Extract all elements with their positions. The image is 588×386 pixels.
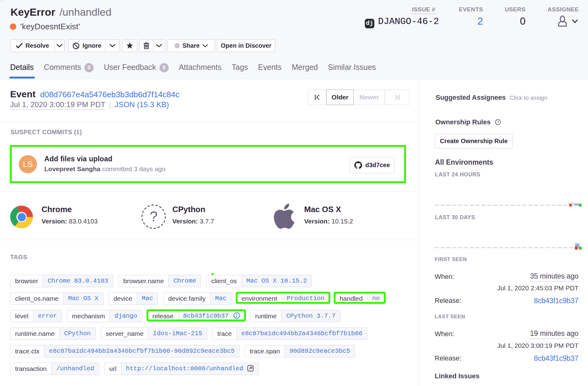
svg-text:?: ? (497, 120, 499, 124)
svg-text:?: ? (150, 208, 158, 224)
